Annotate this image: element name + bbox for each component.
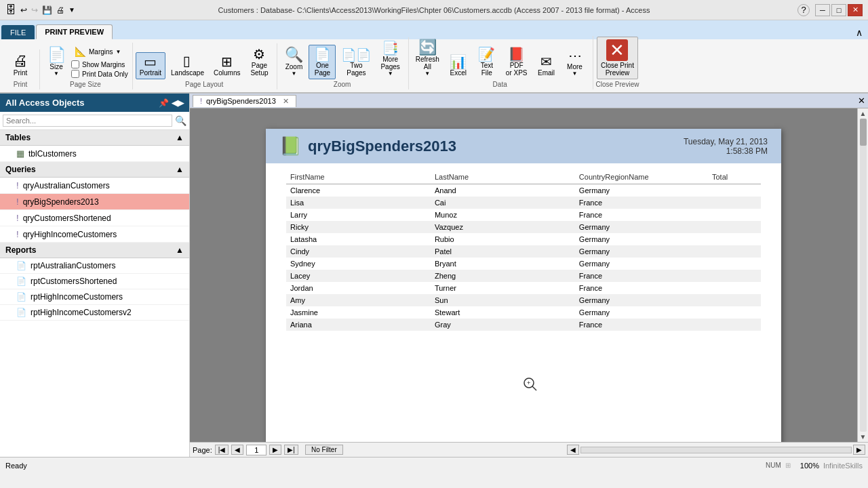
quick-access-print[interactable]: 🖨 bbox=[56, 5, 64, 15]
more-pages-button[interactable]: 📑 MorePages ▼ bbox=[376, 39, 403, 79]
quick-access-undo[interactable]: ↩ bbox=[20, 5, 27, 15]
tab-print-preview[interactable]: PRINT PREVIEW bbox=[36, 24, 113, 39]
show-margins-input[interactable] bbox=[71, 60, 79, 68]
query-icon: ! bbox=[16, 197, 19, 207]
report-icon: 📄 bbox=[16, 292, 26, 302]
print-button[interactable]: 🖨 Print bbox=[5, 51, 35, 79]
scroll-left-btn[interactable]: ◀ bbox=[567, 445, 579, 455]
h-scroll-track[interactable] bbox=[580, 447, 852, 453]
cell-country-5: Germany bbox=[575, 245, 708, 258]
query-tab-close-icon[interactable]: ✕ bbox=[283, 97, 289, 106]
columns-button[interactable]: ⊞ Columns bbox=[210, 52, 244, 79]
sidebar-item-rptHighIncomeCustomers[interactable]: 📄 rptHighIncomeCustomers bbox=[0, 289, 189, 305]
cell-total-4 bbox=[708, 233, 761, 245]
excel-button[interactable]: 📊 Excel bbox=[445, 52, 472, 79]
sidebar-item-qryHighIncomeCustomers[interactable]: ! qryHighIncomeCustomers bbox=[0, 226, 189, 243]
refresh-all-button[interactable]: 🔄 RefreshAll ▼ bbox=[412, 37, 443, 79]
cell-lastname-3: Vazquez bbox=[431, 221, 575, 233]
queries-section-header[interactable]: Queries ▲ bbox=[0, 162, 189, 178]
cell-firstname-3: Ricky bbox=[286, 221, 431, 233]
scroll-down-arrow[interactable]: ▼ bbox=[860, 433, 867, 441]
sidebar-collapse-icon[interactable]: ◀▶ bbox=[172, 98, 184, 108]
tables-section-header[interactable]: Tables ▲ bbox=[0, 130, 189, 146]
cell-total-10 bbox=[708, 306, 761, 319]
text-file-button[interactable]: 📝 TextFile bbox=[473, 45, 500, 79]
scroll-thumb[interactable] bbox=[860, 119, 867, 146]
sidebar-item-rptAustralianCustomers[interactable]: 📄 rptAustralianCustomers bbox=[0, 258, 189, 274]
table-row: LatashaRubioGermany bbox=[286, 233, 761, 245]
sidebar-item-qryAustralianCustomers[interactable]: ! qryAustralianCustomers bbox=[0, 178, 189, 194]
maximize-btn[interactable]: □ bbox=[831, 4, 846, 16]
query-icon: ! bbox=[16, 180, 19, 190]
title-bar-left: 🗄 ↩ ↪ 💾 🖨 ▼ bbox=[5, 4, 75, 16]
query-tab[interactable]: ! qryBigSpenders2013 ✕ bbox=[193, 95, 296, 107]
sidebar-title: All Access Objects bbox=[5, 98, 85, 108]
close-print-preview-button[interactable]: ✕ Close PrintPreview bbox=[597, 37, 638, 79]
print-group-label: Print bbox=[14, 81, 28, 88]
scroll-up-arrow[interactable]: ▲ bbox=[860, 110, 867, 117]
sidebar-search-icon[interactable]: 🔍 bbox=[175, 115, 186, 126]
print-data-only-input[interactable] bbox=[71, 70, 79, 78]
scroll-right-btn[interactable]: ▶ bbox=[853, 445, 865, 455]
tab-file[interactable]: FILE bbox=[1, 25, 35, 39]
vertical-scrollbar[interactable]: ▲ ▼ bbox=[857, 108, 868, 442]
cell-total-9 bbox=[708, 294, 761, 306]
sidebar-pin-icon[interactable]: 📌 bbox=[159, 98, 169, 108]
minimize-btn[interactable]: ─ bbox=[815, 4, 830, 16]
two-pages-icon: 📄📄 bbox=[341, 49, 371, 61]
sidebar-item-qryBigSpenders2013[interactable]: ! qryBigSpenders2013 bbox=[0, 194, 189, 210]
landscape-icon: ▭ bbox=[181, 56, 195, 68]
cell-total-11 bbox=[708, 319, 761, 331]
report-icon: 📄 bbox=[16, 261, 26, 270]
preview-canvas[interactable]: + 📗 qryBigSpenders2013 Tuesday, May 21, … bbox=[190, 108, 857, 442]
cell-firstname-1: Lisa bbox=[286, 197, 431, 209]
email-button[interactable]: ✉ Email bbox=[533, 52, 560, 79]
next-page-btn[interactable]: ▶ bbox=[269, 445, 281, 455]
first-page-btn[interactable]: |◀ bbox=[215, 445, 229, 455]
zoom-group-label: Zoom bbox=[334, 81, 351, 88]
sidebar-search-input[interactable] bbox=[3, 115, 172, 127]
two-pages-button[interactable]: 📄📄 TwoPages bbox=[337, 46, 375, 79]
cell-country-7: France bbox=[575, 270, 708, 282]
size-button[interactable]: 📄 Size ▼ bbox=[43, 45, 70, 79]
sidebar-item-rptCustomersShortened[interactable]: 📄 rptCustomersShortened bbox=[0, 274, 189, 289]
close-btn[interactable]: ✕ bbox=[848, 4, 863, 16]
reports-section-header[interactable]: Reports ▲ bbox=[0, 243, 189, 258]
cell-country-3: Germany bbox=[575, 221, 708, 233]
zoom-button[interactable]: 🔍 Zoom ▼ bbox=[280, 45, 307, 79]
show-margins-checkbox[interactable]: Show Margins bbox=[71, 60, 128, 68]
print-data-only-checkbox[interactable]: Print Data Only bbox=[71, 70, 128, 78]
quick-access-save[interactable]: 💾 bbox=[42, 5, 52, 15]
sidebar-section-reports: Reports ▲ 📄 rptAustralianCustomers 📄 rpt… bbox=[0, 243, 189, 321]
customize-btn[interactable]: ▼ bbox=[68, 6, 75, 14]
more-data-button[interactable]: ⋯ More ▼ bbox=[561, 46, 589, 79]
ribbon-collapse-btn[interactable]: ∧ bbox=[853, 26, 865, 39]
sidebar-item-tblCustomers[interactable]: ▦ tblCustomers bbox=[0, 146, 189, 162]
no-filter-btn[interactable]: No Filter bbox=[305, 445, 343, 455]
cell-firstname-10: Jasmine bbox=[286, 306, 431, 319]
sidebar-item-rptHighIncomeCustomersv2[interactable]: 📄 rptHighIncomeCustomersv2 bbox=[0, 305, 189, 321]
last-page-btn[interactable]: ▶| bbox=[284, 445, 298, 455]
pdf-xps-button[interactable]: 📕 PDFor XPS bbox=[502, 45, 532, 79]
landscape-button[interactable]: ▭ Landscape bbox=[167, 52, 208, 79]
sidebar-item-qryCustomersShortened[interactable]: ! qryCustomersShortened bbox=[0, 210, 189, 226]
one-page-button[interactable]: 📄 OnePage bbox=[309, 45, 336, 79]
scroll-track[interactable] bbox=[860, 119, 867, 432]
size-icon: 📄 bbox=[47, 47, 66, 62]
title-bar: 🗄 ↩ ↪ 💾 🖨 ▼ Customers : Database- C:\Cli… bbox=[0, 0, 868, 20]
cell-firstname-8: Jordan bbox=[286, 282, 431, 294]
col-header-total: Total bbox=[708, 170, 761, 184]
tab-bar-close-icon[interactable]: ✕ bbox=[855, 96, 868, 106]
query-icon: ! bbox=[16, 213, 19, 223]
portrait-button[interactable]: ▭ Portrait bbox=[136, 52, 165, 79]
prev-page-btn[interactable]: ◀ bbox=[231, 445, 243, 455]
refresh-icon: 🔄 bbox=[418, 40, 437, 55]
page-setup-button[interactable]: ⚙ PageSetup bbox=[245, 45, 273, 79]
quick-access-redo[interactable]: ↪ bbox=[31, 5, 38, 15]
sidebar-header: All Access Objects 📌 ◀▶ bbox=[0, 94, 189, 112]
page-number-input[interactable] bbox=[246, 445, 267, 455]
cell-total-1 bbox=[708, 197, 761, 209]
margins-button[interactable]: 📐 Margins ▼ bbox=[71, 44, 128, 59]
report-title-icon: 📗 bbox=[279, 136, 301, 157]
help-icon[interactable]: ? bbox=[797, 4, 810, 16]
